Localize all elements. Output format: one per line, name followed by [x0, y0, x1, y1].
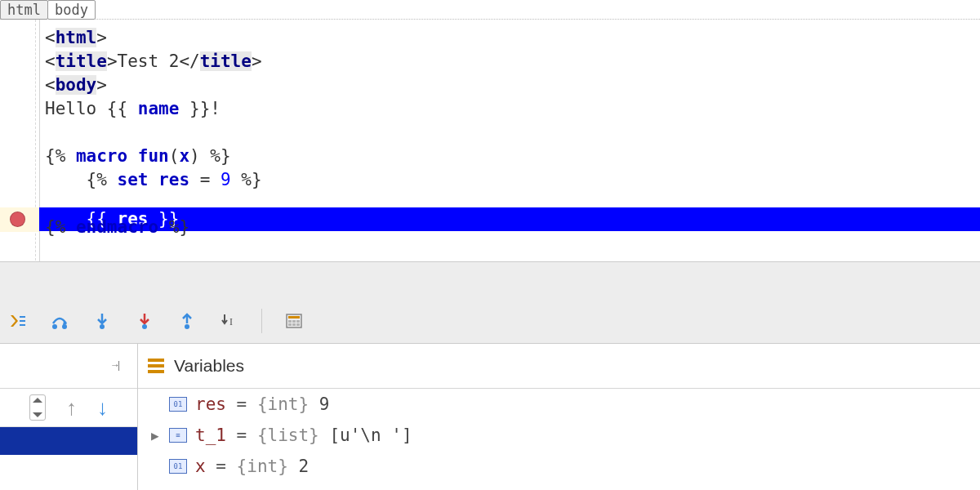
svg-rect-2 — [20, 324, 25, 326]
primitive-icon: 01 — [169, 397, 187, 412]
svg-text:I: I — [229, 316, 233, 327]
svg-rect-1 — [20, 320, 25, 322]
force-step-into-icon[interactable] — [134, 310, 155, 332]
thread-stepper[interactable] — [29, 394, 46, 421]
svg-point-6 — [142, 324, 147, 329]
evaluate-expression-icon[interactable] — [283, 310, 305, 332]
svg-rect-0 — [20, 316, 25, 318]
svg-rect-12 — [292, 320, 296, 323]
svg-rect-16 — [296, 323, 300, 326]
variable-row[interactable]: 01 x = {int} 2 — [138, 451, 980, 482]
frame-selected[interactable] — [0, 427, 137, 455]
svg-rect-14 — [288, 323, 292, 326]
svg-rect-11 — [288, 320, 292, 323]
svg-rect-13 — [296, 320, 300, 323]
svg-point-7 — [185, 324, 189, 329]
primitive-icon: 01 — [169, 459, 187, 474]
show-execution-point-icon[interactable] — [7, 310, 28, 332]
variables-icon — [148, 359, 164, 373]
expand-icon[interactable]: ▶ — [151, 428, 169, 443]
variable-row[interactable]: 01 res = {int} 9 — [138, 389, 980, 420]
debug-toolbar: I — [0, 298, 980, 344]
variable-row[interactable]: ▶ ≡ t_1 = {list} [u'\n '] — [138, 420, 980, 451]
svg-rect-15 — [292, 323, 296, 326]
svg-point-3 — [52, 324, 57, 329]
variables-list[interactable]: 01 res = {int} 9 ▶ ≡ t_1 = {list} [u'\n … — [138, 389, 980, 482]
variables-pane: Variables 01 res = {int} 9 ▶ ≡ t_1 = {li… — [138, 343, 980, 490]
step-into-icon[interactable] — [91, 310, 113, 332]
variables-title: Variables — [174, 356, 244, 376]
code-editor[interactable]: {{ res }} <html> <title>Test 2</title> <… — [0, 19, 980, 20]
step-over-icon[interactable] — [49, 310, 70, 332]
list-icon: ≡ — [169, 428, 187, 443]
breadcrumb: html body — [0, 0, 95, 20]
collapse-icon[interactable]: →| — [110, 359, 133, 374]
svg-point-4 — [62, 324, 67, 329]
svg-rect-10 — [288, 316, 300, 318]
frames-pane: →| ↑ ↓ — [0, 343, 138, 490]
breakpoint-icon[interactable] — [10, 212, 25, 227]
svg-point-5 — [100, 324, 105, 329]
breadcrumb-item[interactable]: html — [0, 0, 48, 20]
step-out-icon[interactable] — [176, 310, 198, 332]
run-to-cursor-icon[interactable]: I — [219, 310, 240, 332]
frame-up-icon[interactable]: ↑ — [66, 395, 77, 421]
frame-down-icon[interactable]: ↓ — [97, 395, 108, 421]
code-content[interactable]: <html> <title>Test 2</title> <body> Hell… — [45, 26, 262, 239]
breadcrumb-item[interactable]: body — [47, 0, 96, 20]
